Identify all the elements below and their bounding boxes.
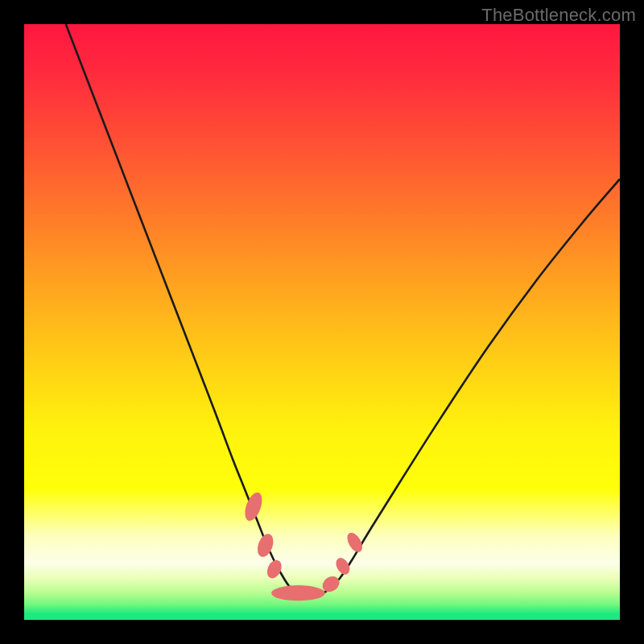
chart-frame bbox=[24, 24, 620, 620]
watermark-text: TheBottleneck.com bbox=[481, 5, 636, 26]
svg-rect-0 bbox=[24, 24, 620, 620]
background-gradient bbox=[24, 24, 620, 620]
